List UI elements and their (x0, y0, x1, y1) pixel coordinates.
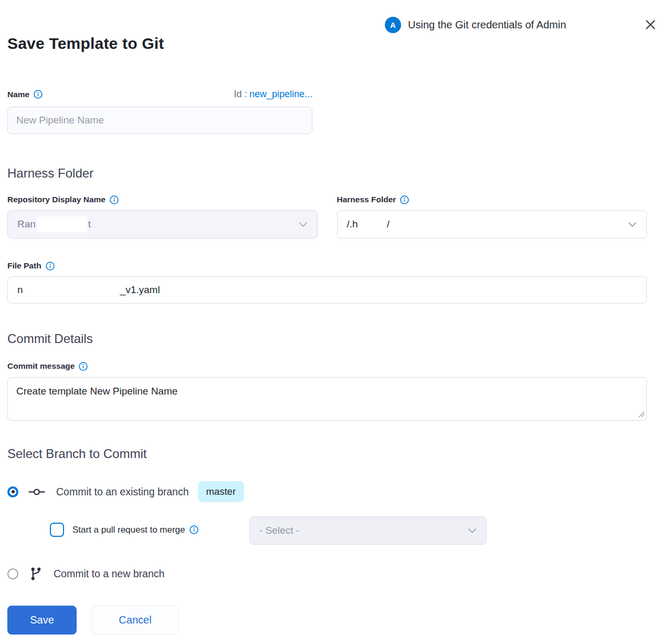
new-branch-radio[interactable] (7, 568, 18, 579)
page-title: Save Template to Git (7, 35, 164, 53)
repository-label: Repository Display Name (7, 195, 106, 204)
info-icon[interactable] (34, 90, 43, 99)
name-label: Name (7, 90, 29, 99)
repository-field-block: Repository Display Name Ran t (7, 195, 318, 238)
new-branch-row: Commit to a new branch (7, 563, 164, 584)
avatar: A (385, 17, 401, 33)
info-icon[interactable] (400, 195, 409, 204)
folder-select[interactable]: /.h / (337, 210, 647, 238)
chevron-down-icon (299, 219, 308, 230)
info-icon[interactable] (110, 195, 119, 204)
commit-details-heading: Commit Details (7, 331, 93, 346)
credentials-text: Using the Git credentials of Admin (408, 19, 566, 31)
git-commit-icon (28, 487, 45, 496)
commit-message-label: Commit message (7, 361, 75, 371)
repo-folder-row: Repository Display Name Ran t Harness Fo… (7, 195, 647, 238)
file-path-value-suffix: _v1.yaml (120, 284, 160, 296)
pull-request-checkbox[interactable] (50, 523, 64, 537)
chevron-down-icon (628, 219, 637, 230)
commit-message-block: Commit message Create template New Pipel… (7, 361, 647, 423)
save-button[interactable]: Save (7, 606, 77, 635)
repository-select[interactable]: Ran t (7, 210, 318, 238)
name-field-block: Name Id : new_pipeline... (7, 89, 312, 134)
select-branch-heading: Select Branch to Commit (7, 446, 146, 461)
file-path-input[interactable]: n _v1.yaml (7, 276, 647, 304)
existing-branch-label[interactable]: Commit to an existing branch (56, 486, 189, 498)
pull-request-row: Start a pull request to merge (50, 523, 198, 537)
folder-value-suffix: / (387, 219, 390, 230)
commit-message-textarea[interactable]: Create template New Pipeline Name (7, 377, 647, 421)
id-prefix: Id : (234, 89, 247, 99)
close-icon (645, 19, 656, 32)
resize-handle-icon[interactable] (638, 410, 645, 420)
id-link[interactable]: new_pipeline... (249, 89, 312, 99)
git-branch-icon (29, 567, 43, 581)
select-placeholder: - Select - (259, 525, 299, 536)
new-branch-label[interactable]: Commit to a new branch (54, 568, 164, 580)
harness-folder-heading: Harness Folder (7, 166, 93, 181)
target-branch-select[interactable]: - Select - (249, 516, 487, 545)
file-path-value-prefix: n (17, 284, 23, 296)
repository-value-suffix: t (88, 219, 91, 230)
repository-value-prefix: Ran (17, 219, 36, 230)
info-icon[interactable] (190, 525, 198, 534)
folder-label: Harness Folder (337, 195, 396, 204)
pull-request-label[interactable]: Start a pull request to merge (72, 525, 185, 535)
action-buttons: Save Cancel (7, 606, 179, 635)
folder-field-block: Harness Folder /.h / (337, 195, 647, 238)
save-template-dialog: A Using the Git credentials of Admin Sav… (0, 0, 672, 644)
file-path-label: File Path (7, 261, 41, 271)
chevron-down-icon (468, 525, 477, 536)
branch-tag[interactable]: master (198, 481, 245, 502)
existing-branch-radio[interactable] (7, 486, 18, 497)
close-button[interactable] (644, 19, 657, 32)
info-icon[interactable] (46, 262, 55, 271)
git-credentials-banner: A Using the Git credentials of Admin (385, 17, 566, 33)
redaction-box (37, 216, 87, 232)
folder-value-prefix: /.h (347, 219, 358, 230)
file-path-block: File Path n _v1.yaml (7, 261, 647, 304)
name-input[interactable] (7, 107, 312, 134)
cancel-button[interactable]: Cancel (91, 606, 179, 635)
existing-branch-row: Commit to an existing branch master (7, 481, 244, 502)
info-icon[interactable] (79, 362, 88, 371)
